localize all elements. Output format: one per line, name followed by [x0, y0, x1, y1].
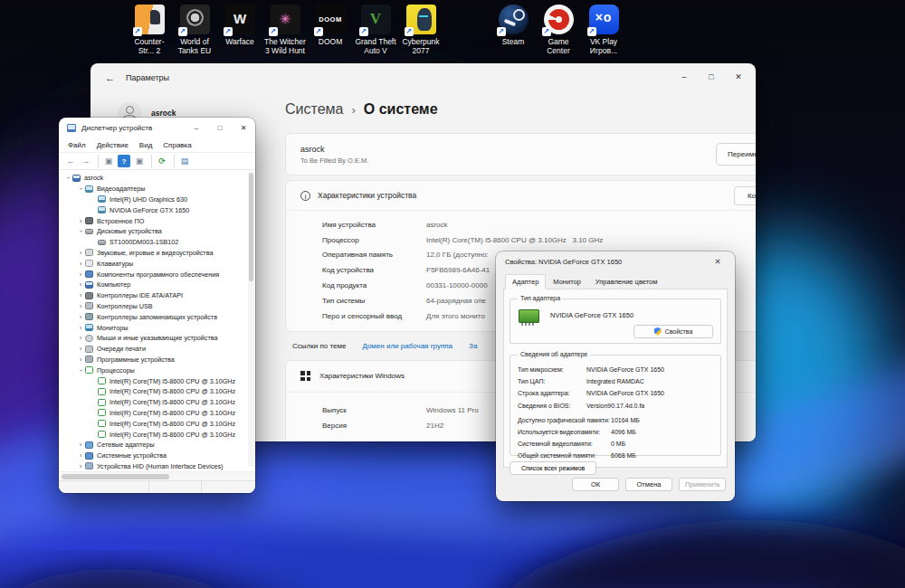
tree-expander-icon[interactable] — [76, 441, 85, 449]
tree-item[interactable]: Компьютер — [59, 280, 255, 290]
copy-button[interactable]: Копировать — [734, 186, 756, 205]
help-icon[interactable] — [118, 155, 130, 167]
tree-item[interactable]: Intel(R) Core(TM) i5-8600 CPU @ 3.10GHz — [59, 418, 255, 429]
maximize-icon[interactable]: □ — [208, 119, 232, 138]
monitor-icon[interactable] — [174, 155, 191, 167]
close-icon[interactable]: ✕ — [232, 119, 255, 138]
back-icon[interactable]: ← — [105, 72, 115, 83]
dialog-tab[interactable]: Управление цветом — [588, 274, 665, 289]
tree-expander-icon[interactable] — [76, 185, 85, 193]
tree-expander-icon[interactable] — [76, 451, 85, 460]
tree-item[interactable]: Мыши и иные указывающие устройства — [59, 333, 255, 344]
tree-item[interactable]: Процессоры — [59, 365, 255, 375]
tree-item[interactable]: Intel(R) Core(TM) i5-8600 CPU @ 3.10GHz — [59, 386, 255, 397]
tree-item[interactable]: Встроенное ПО — [59, 215, 255, 226]
tree-expander-icon[interactable] — [76, 462, 85, 470]
tree-expander-icon[interactable] — [76, 260, 85, 268]
dialog-tab[interactable]: Монитор — [546, 274, 588, 289]
tree-item[interactable]: Системные устройства — [59, 450, 255, 461]
desktop-shortcut[interactable]: Cyberpunk 2077 — [398, 5, 443, 55]
tree-item[interactable]: Intel(R) Core(TM) i5-8600 CPU @ 3.10GHz — [59, 397, 255, 408]
tree-item[interactable]: Дисковые устройства — [59, 226, 255, 237]
tree-item[interactable]: Intel(R) Core(TM) i5-8600 CPU @ 3.10GHz — [59, 429, 255, 440]
spec-value: asrock — [426, 221, 448, 229]
tree-expander-icon[interactable] — [76, 249, 85, 257]
tree-item[interactable]: Звуковые, игровые и видеоустройства — [59, 248, 255, 259]
tree-expander-icon[interactable] — [76, 334, 85, 342]
tree-item[interactable]: NVIDIA GeForce GTX 1650 — [59, 204, 255, 215]
desktop-shortcut[interactable]: Game Center — [536, 5, 581, 55]
cancel-button[interactable]: Отмена — [625, 478, 672, 491]
properties-icon[interactable] — [133, 155, 146, 167]
tree-item[interactable]: Контроллеры IDE ATA/ATAPI — [59, 290, 255, 301]
device-manager-titlebar[interactable]: Диспетчер устройств – □ ✕ — [59, 118, 255, 138]
ok-button[interactable]: ОК — [572, 478, 619, 491]
tree-item[interactable]: Intel(R) Core(TM) i5-8600 CPU @ 3.10GHz — [59, 408, 255, 419]
rename-pc-button[interactable]: Переименовать этот ПК — [716, 143, 756, 166]
tree-item[interactable]: Intel(R) Core(TM) i5-8600 CPU @ 3.10GHz — [59, 375, 255, 386]
device-specs-header[interactable]: Характеристики устройства Копировать — [286, 181, 756, 210]
tree-item[interactable]: Программные устройства — [59, 355, 255, 365]
desktop-shortcut[interactable]: Steam — [491, 5, 536, 55]
back-icon[interactable] — [64, 155, 77, 167]
desktop-shortcut[interactable]: VK Play Игров... — [581, 5, 626, 55]
tree-item[interactable]: Клавиатуры — [59, 258, 255, 269]
tree-expander-icon[interactable] — [76, 291, 85, 299]
menu-item[interactable]: Файл — [62, 141, 91, 149]
close-icon[interactable]: ✕ — [710, 257, 726, 266]
desktop-shortcut[interactable]: Counter-Str... 2 — [127, 5, 172, 55]
menu-item[interactable]: Действие — [91, 141, 134, 149]
tree-item[interactable]: Intel(R) UHD Graphics 630 — [59, 194, 255, 205]
forward-icon[interactable] — [80, 155, 92, 167]
tree-item[interactable]: ST1000DM003-1SB102 — [59, 237, 255, 248]
horizontal-scrollbar[interactable] — [59, 471, 255, 480]
minimize-icon[interactable]: – — [671, 65, 698, 89]
tree-item[interactable]: Компоненты программного обеспечения — [59, 269, 255, 280]
related-link[interactable]: За — [469, 342, 477, 350]
desktop-shortcut[interactable]: Grand Theft Auto V — [353, 5, 398, 55]
tree-item[interactable]: Мониторы — [59, 322, 255, 333]
tree-item[interactable]: Видеоадаптеры — [59, 184, 255, 194]
tree-item[interactable]: Устройства HID (Human Interface Devices) — [59, 461, 255, 471]
tree-expander-icon[interactable] — [76, 356, 85, 364]
minimize-icon[interactable]: – — [185, 119, 208, 138]
desktop-shortcut[interactable]: World of Tanks EU — [172, 5, 217, 55]
dialog-tab[interactable]: Адаптер — [505, 274, 546, 289]
tree-expander-icon[interactable] — [63, 174, 72, 182]
scrollbar-thumb[interactable] — [62, 474, 169, 479]
menu-item[interactable]: Вид — [134, 141, 157, 149]
device-manager-toolbar — [59, 153, 255, 170]
tree-expander-icon[interactable] — [76, 217, 85, 225]
console-icon[interactable] — [98, 155, 115, 167]
tree-expander-icon[interactable] — [76, 270, 85, 279]
maximize-icon[interactable]: □ — [698, 65, 725, 89]
tree-item[interactable]: asrock — [59, 173, 255, 184]
tree-expander-icon[interactable] — [76, 366, 85, 375]
spec-label: Оперативная память — [322, 251, 426, 259]
tree-expander-icon[interactable] — [76, 302, 85, 310]
shortcut-arrow-icon — [269, 27, 278, 36]
desktop-shortcut[interactable]: Warface — [217, 5, 262, 55]
menu-item[interactable]: Справка — [157, 141, 196, 149]
related-link[interactable]: Домен или рабочая группа — [362, 342, 452, 350]
tree-expander-icon[interactable] — [76, 324, 85, 332]
desktop-shortcut[interactable]: DOOM — [308, 5, 353, 55]
tree-item[interactable]: Контроллеры USB — [59, 301, 255, 312]
tree-item[interactable]: Контроллеры запоминающих устройств — [59, 311, 255, 322]
tree-item[interactable]: Очереди печати — [59, 344, 255, 355]
desktop-shortcut[interactable]: The Witcher 3 Wild Hunt — [262, 5, 308, 55]
adapter-properties-button[interactable]: Свойства — [634, 325, 713, 338]
breadcrumb-parent[interactable]: Система — [285, 101, 343, 118]
list-all-modes-button[interactable]: Список всех режимов — [510, 461, 596, 475]
dialog-titlebar[interactable]: Свойства: NVIDIA GeForce GTX 1650 ✕ — [496, 251, 735, 271]
tree-expander-icon[interactable] — [76, 313, 85, 321]
storage-controller-icon — [85, 313, 93, 320]
tree-expander-icon[interactable] — [76, 280, 85, 289]
tree-expander-icon[interactable] — [76, 227, 85, 235]
tree-item[interactable]: Сетевые адаптеры — [59, 440, 255, 450]
close-icon[interactable]: ✕ — [725, 65, 752, 89]
vertical-scrollbar[interactable] — [248, 172, 254, 467]
tree-expander-icon[interactable] — [76, 345, 85, 353]
scrollbar-thumb[interactable] — [249, 173, 253, 281]
scan-icon[interactable] — [151, 155, 168, 167]
